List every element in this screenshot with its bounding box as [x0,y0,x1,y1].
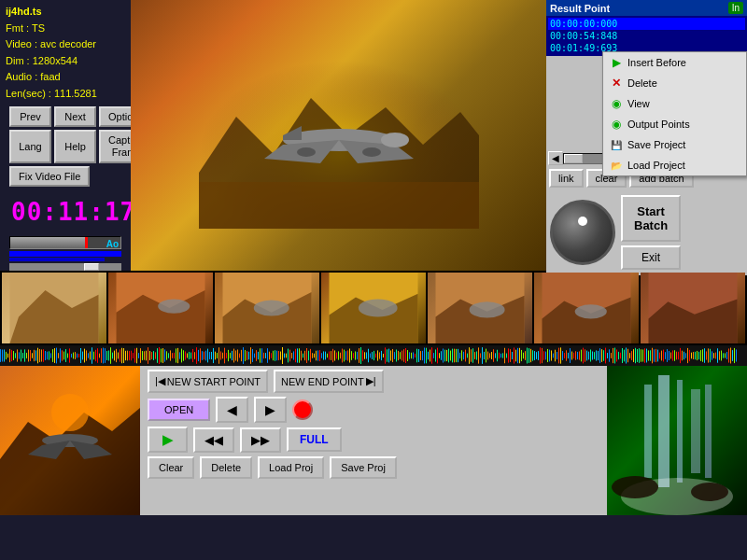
svg-rect-348 [592,351,593,359]
svg-rect-232 [375,354,376,357]
svg-rect-324 [547,349,548,362]
output-points-menu-item[interactable]: ◉ Output Points [603,114,746,134]
svg-rect-199 [314,354,315,357]
fix-video-button[interactable]: Fix Video File [9,166,90,187]
load-proj-button[interactable]: Load Proj [258,456,324,479]
thumbnail-0[interactable] [2,273,106,343]
load-project-menu-item[interactable]: 📂 Load Project [603,155,746,175]
help-button[interactable]: Help [54,130,96,163]
svg-rect-218 [349,348,350,362]
svg-rect-113 [153,351,154,360]
save-proj-button[interactable]: Save Proj [330,456,397,479]
svg-rect-418 [723,353,724,357]
thumbnail-6[interactable] [641,273,745,343]
svg-rect-122 [170,350,171,360]
link-button[interactable]: link [549,169,584,188]
svg-rect-344 [585,349,585,361]
thumbnail-3[interactable] [321,273,426,343]
scroll-left-button[interactable]: ◀ [548,151,563,165]
insert-before-menu-item[interactable]: ▶ Insert Before [603,52,746,73]
next-button[interactable]: Next [54,106,96,127]
svg-rect-132 [189,352,190,359]
svg-rect-54 [43,349,44,362]
svg-rect-127 [179,352,180,358]
svg-rect-146 [215,352,216,360]
svg-rect-297 [497,350,498,361]
svg-rect-267 [441,351,442,360]
lang-button[interactable]: Lang [9,130,51,163]
open-button[interactable]: OPEN [148,399,210,421]
point-buttons-row: |◀ NEW START POINT NEW END POINT ▶| [148,370,599,393]
timecode-entry-0[interactable]: 00:00:00:000 [548,18,745,30]
svg-rect-395 [680,348,681,363]
svg-rect-253 [415,354,416,357]
progress-bar[interactable]: Ao [9,236,121,249]
svg-rect-402 [693,352,694,359]
step-back-button[interactable]: ◀ [216,397,248,423]
svg-rect-289 [482,347,483,364]
svg-rect-333 [564,353,565,358]
full-button[interactable]: FULL [287,427,342,452]
svg-rect-116 [159,347,160,364]
scroll-thumb[interactable] [84,263,99,271]
rewind-button[interactable]: ◀◀ [193,427,234,453]
record-button[interactable] [292,399,313,420]
delete-icon: ✕ [609,76,624,91]
svg-rect-328 [555,350,556,362]
view-menu-item[interactable]: ◉ View [603,93,746,114]
svg-rect-223 [359,348,359,363]
thumbnail-5[interactable] [534,273,639,343]
svg-rect-131 [187,353,188,357]
volume-knob[interactable] [550,200,615,265]
in-button[interactable]: In [728,2,743,14]
svg-rect-383 [657,350,658,362]
svg-rect-301 [504,348,505,364]
svg-rect-102 [133,353,134,358]
fast-fwd-button[interactable]: ▶▶ [240,427,281,453]
new-start-point-button[interactable]: |◀ NEW START POINT [148,370,268,393]
svg-rect-405 [698,352,699,359]
svg-rect-220 [353,353,354,358]
thumbnail-4[interactable] [428,273,532,343]
svg-rect-209 [332,349,333,362]
svg-rect-90 [110,347,111,364]
svg-rect-350 [596,350,597,360]
new-end-point-button[interactable]: NEW END POINT ▶| [274,370,383,393]
thumbnail-1[interactable] [108,273,213,343]
progress-fill [10,237,85,248]
exit-button[interactable]: Exit [621,245,681,270]
svg-rect-285 [474,352,475,359]
svg-rect-235 [381,351,382,360]
thumbnail-2[interactable] [215,273,319,343]
svg-rect-409 [706,351,707,359]
step-fwd-button[interactable]: ▶ [254,397,287,423]
start-batch-button[interactable]: StartBatch [621,195,681,242]
svg-rect-291 [486,349,486,363]
delete-button[interactable]: Delete [200,456,252,479]
svg-rect-158 [237,349,238,361]
svg-rect-423 [732,350,733,361]
svg-rect-109 [146,351,147,361]
svg-rect-51 [37,348,38,364]
scroll-bar[interactable] [9,263,121,271]
save-project-menu-item[interactable]: 💾 Save Project [603,134,746,155]
result-point-header: Result Point In [546,0,747,16]
fmt-line: Fmt : TS [6,21,125,37]
svg-rect-255 [418,349,419,362]
svg-rect-206 [327,354,328,357]
clear-bottom-button[interactable]: Clear [148,456,194,479]
svg-rect-252 [413,352,414,358]
timecode-display: 00:11:17:952 [6,189,125,236]
svg-rect-63 [60,348,61,362]
svg-rect-125 [176,348,176,362]
svg-rect-89 [108,351,109,361]
play-button[interactable]: ▶ [148,427,188,453]
svg-rect-85 [101,348,102,363]
svg-rect-96 [121,348,122,363]
timecode-entry-1[interactable]: 00:00:54:848 [548,30,745,42]
delete-menu-item[interactable]: ✕ Delete [603,73,746,93]
svg-rect-66 [65,349,66,362]
svg-rect-334 [566,350,567,360]
svg-rect-80 [92,347,92,363]
prev-button[interactable]: Prev [9,106,51,127]
